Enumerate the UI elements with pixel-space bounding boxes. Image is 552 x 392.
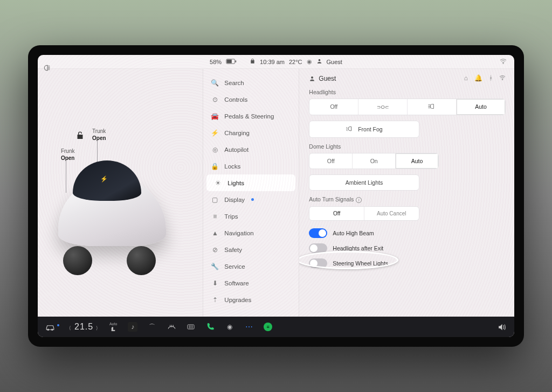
nav-software[interactable]: ⬇Software (203, 275, 299, 291)
nav-controls[interactable]: ⊙Controls (203, 91, 299, 108)
temp-down-icon[interactable]: ⟨ (69, 325, 72, 331)
lock-icon: 🔒 (211, 162, 219, 170)
volume-icon[interactable] (497, 322, 507, 332)
nav-lights[interactable]: ☀Lights (206, 174, 295, 191)
profile-chip[interactable]: Guest (309, 75, 336, 82)
svg-point-5 (311, 76, 313, 79)
svg-point-3 (318, 59, 320, 61)
headlights-label: Headlights (309, 89, 506, 95)
steering-wheel-lights-label: Steering Wheel Lights (333, 260, 388, 267)
battery-icon (226, 59, 237, 65)
auto-high-beam-label: Auto High Beam (333, 230, 374, 236)
temp-up-icon[interactable]: ⟩ (96, 325, 99, 331)
charge-bolt-icon[interactable]: ⚡ (100, 176, 108, 183)
wifi-icon[interactable] (500, 58, 507, 66)
status-bar: 58% 10:39 am 22°C ◉ Guest (38, 55, 514, 69)
dome-auto[interactable]: Auto (396, 153, 438, 169)
steering-wheel-lights-row: Steering Wheel Lights (309, 258, 506, 268)
dome-on[interactable]: On (353, 153, 396, 169)
dot-indicator (251, 198, 254, 201)
apps-icon[interactable]: ⋯ (244, 322, 254, 332)
svg-rect-1 (227, 59, 232, 63)
dome-label: Dome Lights (309, 143, 506, 150)
phone-icon[interactable] (205, 322, 215, 332)
headlights-off[interactable]: Off (309, 99, 358, 115)
bottom-dock: ⟨ 21.5 ⟩ Auto ♪ ⌒ ◉ ⋯ ≡ (38, 317, 514, 337)
parking-light-icon: ⊃O⊂ (377, 104, 389, 110)
profile-icon[interactable] (316, 58, 322, 65)
wifi-icon[interactable] (499, 74, 506, 82)
headlights-parking[interactable]: ⊃O⊂ (358, 99, 408, 115)
wrench-icon: 🔧 (211, 262, 219, 270)
nav-navigation[interactable]: ▲Navigation (203, 225, 299, 241)
dock-dot (57, 324, 59, 326)
seat-heat-icon[interactable]: Auto (108, 322, 118, 332)
dome-segmented[interactable]: Off On Auto (309, 153, 439, 169)
nav-charging[interactable]: ⚡Charging (203, 124, 299, 141)
sentry-icon[interactable]: ◉ (307, 58, 312, 65)
trips-icon: ≡ (211, 212, 219, 220)
display-icon: ▢ (211, 195, 219, 204)
info-icon[interactable]: i (356, 197, 362, 203)
wiper-icon[interactable]: ⌒ (147, 322, 157, 332)
nav-search[interactable]: 🔍Search (203, 74, 299, 91)
bluetooth-icon[interactable]: ᚼ (489, 74, 493, 82)
bolt-icon: ⚡ (211, 129, 219, 137)
lock-icon[interactable] (250, 58, 256, 65)
battery-percent: 58% (210, 59, 222, 65)
sun-icon: ☀ (214, 179, 222, 187)
search-icon: 🔍 (211, 79, 219, 87)
nav-upgrades[interactable]: ⇡Upgrades (203, 291, 299, 308)
nav-arrow-icon: ▲ (211, 229, 219, 237)
headlights-after-exit-row: Headlights after Exit (309, 243, 506, 253)
auto-turn-segmented[interactable]: Off Auto Cancel (309, 206, 419, 221)
homelink-icon[interactable]: ⌂ (464, 74, 468, 82)
ambient-lights-button[interactable]: Ambient Lights (309, 174, 419, 191)
dome-off[interactable]: Off (309, 153, 353, 169)
download-icon: ⬇ (211, 279, 219, 287)
steering-wheel-lights-toggle[interactable] (309, 258, 327, 268)
music-icon[interactable]: ♪ (128, 322, 137, 332)
defrost-rear-icon[interactable] (186, 322, 196, 332)
svg-point-6 (502, 80, 503, 80)
bell-icon[interactable]: 🔔 (474, 74, 482, 82)
headlights-after-exit-toggle[interactable] (309, 243, 327, 253)
auto-high-beam-row: Auto High Beam (309, 228, 506, 238)
nav-pedals-steering[interactable]: 🚘Pedals & Steering (203, 108, 299, 124)
trunk-label[interactable]: TrunkOpen (92, 128, 106, 142)
defrost-front-icon[interactable] (167, 322, 176, 332)
lowbeam-icon (427, 104, 436, 110)
settings-nav: 🔍Search ⊙Controls 🚘Pedals & Steering ⚡Ch… (203, 69, 299, 317)
headlights-on[interactable] (408, 99, 457, 115)
controls-icon: ⊙ (211, 95, 219, 103)
outside-temp: 22°C (289, 59, 302, 65)
clock-time: 10:39 am (260, 59, 285, 65)
fog-icon (346, 125, 354, 133)
auto-turn-cancel[interactable]: Auto Cancel (364, 207, 419, 220)
climate-temp[interactable]: ⟨ 21.5 ⟩ (69, 322, 99, 332)
nav-trips[interactable]: ≡Trips (203, 208, 299, 225)
front-fog-button[interactable]: Front Fog (309, 121, 419, 138)
nav-service[interactable]: 🔧Service (203, 258, 299, 275)
dock-car-icon[interactable] (45, 322, 55, 332)
nav-display[interactable]: ▢Display (203, 191, 299, 208)
shield-icon: ⊘ (211, 246, 219, 254)
headlights-auto[interactable]: Auto (457, 99, 505, 115)
nav-safety[interactable]: ⊘Safety (203, 241, 299, 258)
nav-autopilot[interactable]: ◎Autopilot (203, 141, 299, 158)
car-render (51, 153, 174, 272)
spotify-icon[interactable]: ≡ (264, 323, 272, 331)
unlock-icon[interactable] (75, 131, 85, 140)
auto-turn-off[interactable]: Off (309, 207, 364, 220)
svg-point-4 (503, 63, 503, 64)
profile-name[interactable]: Guest (327, 59, 342, 65)
nav-locks[interactable]: 🔒Locks (203, 158, 299, 174)
vehicle-view: FrunkOpen TrunkOpen (38, 69, 203, 317)
auto-high-beam-toggle[interactable] (309, 228, 327, 238)
auto-turn-label: Auto Turn Signalsi (309, 196, 506, 203)
camera-icon[interactable]: ◉ (225, 322, 234, 332)
headlights-after-exit-label: Headlights after Exit (333, 245, 383, 251)
lights-settings: Guest ⌂ 🔔 ᚼ Headlights Off ⊃O⊂ (299, 69, 514, 317)
upgrade-icon: ⇡ (211, 296, 219, 304)
headlights-segmented[interactable]: Off ⊃O⊂ Auto (309, 99, 506, 115)
